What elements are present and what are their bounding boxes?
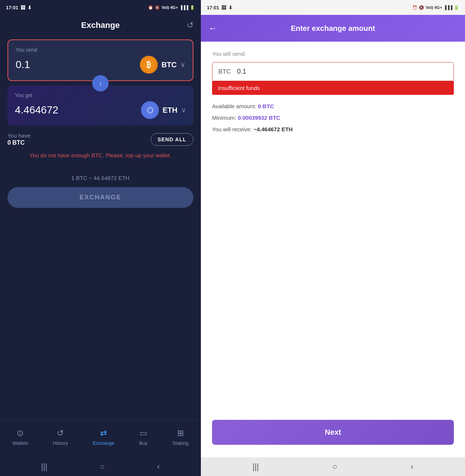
alarm-icon: ⏰ xyxy=(148,5,153,10)
insufficient-funds-bar: Insufficient funds xyxy=(212,81,454,95)
buy-label: Buy xyxy=(139,440,147,446)
exchange-content: You send 0.1 ₿ BTC ∨ ↓ You get 4.464672 … xyxy=(0,36,201,420)
send-crypto-selector[interactable]: ₿ BTC ∨ xyxy=(140,56,185,74)
download-icon: ⬇ xyxy=(28,5,32,10)
send-label: You send xyxy=(16,47,185,53)
you-have-row: You have 0 BTC SEND ALL xyxy=(7,132,193,146)
bottom-nav: ⊙ Wallets ↺ History ⇄ Exchange ▭ Buy ⊞ S… xyxy=(0,420,201,457)
signal-text-r: Vol) 4G+ xyxy=(426,5,442,10)
send-amount[interactable]: 0.1 xyxy=(16,59,30,71)
exchange-nav-icon: ⇄ xyxy=(100,428,107,438)
right-header-title: Enter exchange amount xyxy=(225,24,441,33)
nav-exchange[interactable]: ⇄ Exchange xyxy=(93,428,114,446)
recents-button[interactable]: ||| xyxy=(41,462,47,472)
get-amount: 4.464672 xyxy=(15,104,58,116)
staking-label: Staking xyxy=(172,440,188,446)
rate-text: 1 BTC ~ 44.64672 ETH xyxy=(7,175,193,187)
system-bar-right: ||| ○ ‹ xyxy=(201,457,465,476)
minimum-label: Minimum: xyxy=(212,115,236,121)
time-right: 17:01 xyxy=(207,5,219,10)
back-button-r[interactable]: ‹ xyxy=(411,462,413,472)
history-label: History xyxy=(53,440,68,446)
swap-button-wrapper: ↓ xyxy=(7,75,193,91)
exchange-title: Exchange xyxy=(81,20,120,30)
nav-history[interactable]: ↺ History xyxy=(53,428,68,446)
history-nav-icon: ↺ xyxy=(57,428,64,438)
photo-icon-r: 🖼 xyxy=(221,5,226,10)
back-arrow-icon[interactable]: ← xyxy=(208,23,217,33)
error-message: You do not have enough BTC. Please, top-… xyxy=(7,151,193,160)
available-text: Available amount: 0 BTC xyxy=(212,103,454,109)
receive-amount: ~4.464672 ETH xyxy=(253,126,293,132)
send-row: 0.1 ₿ BTC ∨ xyxy=(16,56,185,74)
exchange-header: Exchange ↺ xyxy=(0,15,201,36)
alarm-icon-r: ⏰ xyxy=(412,5,417,10)
eth-icon: ⬡ xyxy=(141,101,159,119)
staking-icon: ⊞ xyxy=(177,428,184,438)
signal-bars-r: ▐▐▐ xyxy=(444,5,452,10)
volume-icon: 🔇 xyxy=(155,5,160,10)
download-icon-r: ⬇ xyxy=(228,5,232,10)
you-have-label: You have xyxy=(7,132,31,139)
receive-text: You will receive: ~4.464672 ETH xyxy=(212,126,454,132)
get-card: You get 4.464672 ⬡ ETH ∨ xyxy=(7,86,193,126)
receive-label: You will receive: xyxy=(212,126,252,132)
exchange-label: Exchange xyxy=(93,440,114,446)
get-crypto-name: ETH xyxy=(163,106,177,115)
back-button[interactable]: ‹ xyxy=(157,462,160,472)
get-chevron-icon[interactable]: ∨ xyxy=(181,106,186,114)
send-chevron-icon[interactable]: ∨ xyxy=(180,61,185,69)
left-panel: 17:01 🖼 ⬇ ⏰ 🔇 Vol) 4G+ ▐▐▐ 🔋 Exchange ↺ … xyxy=(0,0,201,476)
status-bar-left: 17:01 🖼 ⬇ ⏰ 🔇 Vol) 4G+ ▐▐▐ 🔋 xyxy=(0,0,201,15)
signal-bars-icon: ▐▐▐ xyxy=(180,5,188,10)
buy-icon: ▭ xyxy=(140,428,147,438)
home-button[interactable]: ○ xyxy=(100,462,105,472)
wallets-label: Wallets xyxy=(12,440,28,446)
nav-staking[interactable]: ⊞ Staking xyxy=(172,428,188,446)
available-label: Available amount: xyxy=(212,103,256,109)
right-content: You will send: BTC 0.1 Insufficient fund… xyxy=(201,42,465,457)
time-left: 17:01 xyxy=(6,5,18,10)
send-crypto-name: BTC xyxy=(161,61,177,69)
exchange-button[interactable]: EXCHANGE xyxy=(7,187,193,208)
signal-text: Vol) 4G+ xyxy=(161,5,178,10)
get-crypto-selector[interactable]: ⬡ ETH ∨ xyxy=(141,101,186,119)
right-panel: 17:01 🖼 ⬇ ⏰ 🔇 Vol) 4G+ ▐▐▐ 🔋 ← Enter exc… xyxy=(201,0,465,476)
nav-buy[interactable]: ▭ Buy xyxy=(139,428,147,446)
nav-wallets[interactable]: ⊙ Wallets xyxy=(12,428,28,446)
next-button[interactable]: Next xyxy=(212,420,454,445)
right-header: ← Enter exchange amount xyxy=(201,15,465,42)
btc-icon: ₿ xyxy=(140,56,158,74)
minimum-text: Minimum: 0.00039932 BTC xyxy=(212,115,454,121)
currency-label: BTC xyxy=(218,68,232,75)
battery-icon-r: 🔋 xyxy=(454,5,459,10)
wallets-icon: ⊙ xyxy=(17,428,23,438)
amount-value[interactable]: 0.1 xyxy=(237,68,246,75)
status-bar-right: 17:01 🖼 ⬇ ⏰ 🔇 Vol) 4G+ ▐▐▐ 🔋 xyxy=(201,0,465,15)
system-bar-left: ||| ○ ‹ xyxy=(0,457,201,476)
home-button-r[interactable]: ○ xyxy=(332,462,337,472)
minimum-amount: 0.00039932 BTC xyxy=(238,115,280,121)
recents-button-r[interactable]: ||| xyxy=(253,462,259,472)
battery-icon: 🔋 xyxy=(190,5,195,10)
you-will-send-label: You will send: xyxy=(212,51,454,57)
volume-icon-r: 🔇 xyxy=(419,5,424,10)
amount-input-wrapper[interactable]: BTC 0.1 xyxy=(212,62,454,81)
available-amount: 0 BTC xyxy=(258,103,274,109)
swap-button[interactable]: ↓ xyxy=(92,75,109,91)
get-row: 4.464672 ⬡ ETH ∨ xyxy=(15,101,186,119)
photo-icon: 🖼 xyxy=(20,5,25,10)
you-have-amount: 0 BTC xyxy=(7,139,31,146)
send-all-button[interactable]: SEND ALL xyxy=(151,133,193,146)
get-label: You get xyxy=(15,92,186,98)
history-icon[interactable]: ↺ xyxy=(187,20,193,30)
